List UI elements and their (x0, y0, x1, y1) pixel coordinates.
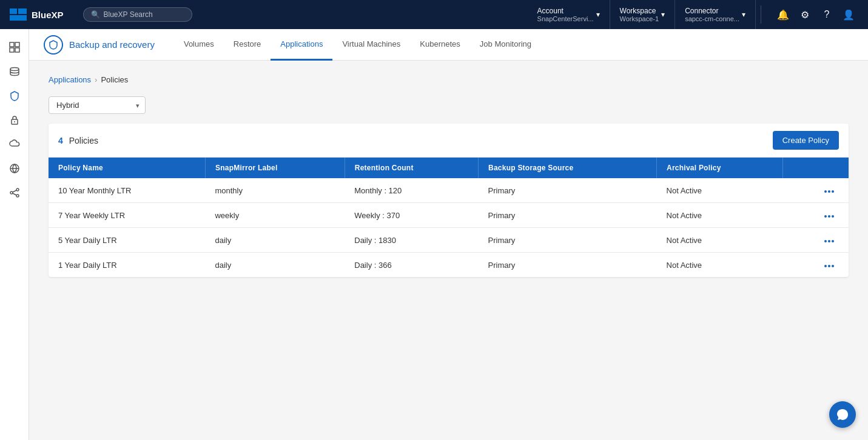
cell-backup-source: Primary (479, 228, 657, 253)
row-actions-menu-button[interactable] (819, 213, 839, 220)
hybrid-dropdown-wrapper: Hybrid On-Premises Cloud (49, 96, 146, 114)
user-avatar-icon[interactable]: 👤 (839, 5, 858, 24)
workspace-menu[interactable]: Workspace Workspace-1 ▾ (610, 0, 676, 29)
search-container[interactable]: 🔍 BlueXP Search (83, 7, 217, 22)
cell-backup-source: Primary (479, 203, 657, 228)
backup-service-icon (44, 35, 63, 55)
brand-logo[interactable]: BlueXP (10, 8, 64, 21)
service-header: Backup and recovery Volumes Restore Appl… (29, 29, 868, 61)
search-icon: 🔍 (91, 10, 100, 19)
cell-actions (782, 203, 849, 228)
breadcrumb-current-page: Policies (101, 75, 128, 84)
account-chevron-icon: ▾ (596, 10, 600, 19)
svg-rect-6 (15, 48, 19, 52)
filter-row: Hybrid On-Premises Cloud (49, 96, 849, 114)
top-navigation: BlueXP 🔍 BlueXP Search Account SnapCente… (0, 0, 868, 29)
connector-menu[interactable]: Connector sapcc-cm-conne... ▾ (675, 0, 756, 29)
notifications-icon[interactable]: 🔔 (773, 5, 793, 24)
svg-point-7 (10, 68, 19, 71)
svg-rect-2 (10, 15, 27, 21)
col-header-retention: Retention Count (345, 158, 478, 178)
policies-table-container: 4 Policies Create Policy Policy Name Sna… (49, 124, 849, 277)
netapp-logo-mark (10, 8, 27, 21)
account-label: Account (537, 7, 594, 15)
nav-icon-group: 🔔 ⚙ ? 👤 (766, 5, 858, 24)
workspace-chevron-icon: ▾ (661, 10, 665, 19)
tab-applications[interactable]: Applications (271, 29, 332, 61)
count-label: Policies (69, 136, 98, 145)
count-number: 4 (58, 136, 63, 145)
tab-kubernetes[interactable]: Kubernetes (410, 29, 470, 61)
sidebar-item-globe[interactable] (4, 158, 25, 179)
cell-snapmirror: daily (205, 228, 345, 253)
table-header-row-el: Policy Name SnapMirror Label Retention C… (49, 158, 849, 178)
col-header-backup-source: Backup Storage Source (479, 158, 657, 178)
cell-retention: Daily : 1830 (345, 228, 478, 253)
sidebar-item-cloud[interactable] (4, 133, 25, 155)
tab-restore[interactable]: Restore (224, 29, 271, 61)
col-header-policy-name: Policy Name (49, 158, 205, 178)
cell-policy-name: 7 Year Weekly LTR (49, 203, 205, 228)
service-name-label: Backup and recovery (69, 39, 155, 50)
breadcrumb-applications-link[interactable]: Applications (49, 75, 91, 84)
cell-snapmirror: daily (205, 253, 345, 278)
nav-divider (761, 5, 761, 24)
connector-sub: sapcc-cm-conne... (685, 15, 739, 22)
account-menu[interactable]: Account SnapCenterServi... ▾ (528, 0, 610, 29)
cell-retention: Weekly : 370 (345, 203, 478, 228)
cell-archival: Not Active (657, 228, 783, 253)
sidebar-item-canvas[interactable] (4, 36, 25, 58)
cell-snapmirror: monthly (205, 178, 345, 203)
hybrid-dropdown[interactable]: Hybrid On-Premises Cloud (49, 96, 146, 114)
tab-job-monitoring[interactable]: Job Monitoring (470, 29, 541, 61)
row-actions-menu-button[interactable] (819, 188, 839, 195)
cell-retention: Daily : 366 (345, 253, 478, 278)
create-policy-button[interactable]: Create Policy (773, 131, 839, 150)
settings-icon[interactable]: ⚙ (795, 5, 815, 24)
cell-actions (782, 178, 849, 203)
table-tbody: 10 Year Monthly LTRmonthlyMonthly : 120P… (49, 178, 849, 277)
svg-point-13 (16, 195, 19, 197)
cell-actions (782, 253, 849, 278)
connector-label: Connector (685, 7, 739, 15)
table-row: 1 Year Daily LTRdailyDaily : 366PrimaryN… (49, 253, 849, 278)
row-actions-menu-button[interactable] (819, 238, 839, 245)
sidebar-item-share[interactable] (4, 182, 25, 204)
chat-button[interactable] (829, 401, 856, 428)
svg-rect-0 (10, 8, 17, 14)
help-icon[interactable]: ? (817, 5, 836, 24)
svg-rect-1 (18, 8, 27, 14)
sidebar-item-security[interactable] (4, 109, 25, 131)
row-actions-menu-button[interactable] (819, 262, 839, 270)
cell-backup-source: Primary (479, 253, 657, 278)
svg-rect-3 (10, 42, 14, 47)
svg-rect-5 (10, 48, 14, 52)
table-header-row: 4 Policies Create Policy (49, 124, 849, 158)
tab-virtual-machines[interactable]: Virtual Machines (332, 29, 410, 61)
table-count: 4 Policies (58, 136, 98, 145)
app-layout: Backup and recovery Volumes Restore Appl… (0, 29, 868, 440)
page-content: Applications › Policies Hybrid On-Premis… (29, 61, 868, 440)
breadcrumb-separator: › (95, 75, 97, 84)
breadcrumb: Applications › Policies (49, 75, 849, 84)
search-placeholder-text: BlueXP Search (104, 10, 153, 19)
table-row: 5 Year Daily LTRdailyDaily : 1830Primary… (49, 228, 849, 253)
svg-line-14 (13, 190, 16, 192)
connector-chevron-icon: ▾ (742, 10, 745, 19)
left-sidebar (0, 29, 29, 440)
table-thead: Policy Name SnapMirror Label Retention C… (49, 158, 849, 178)
tab-volumes[interactable]: Volumes (174, 29, 224, 61)
cell-actions (782, 228, 849, 253)
sidebar-item-backup[interactable] (4, 85, 25, 107)
service-tabs: Volumes Restore Applications Virtual Mac… (174, 29, 541, 61)
search-box[interactable]: 🔍 BlueXP Search (83, 7, 192, 22)
workspace-sub: Workspace-1 (620, 15, 659, 22)
top-nav-right: Account SnapCenterServi... ▾ Workspace W… (528, 0, 858, 29)
col-header-actions (782, 158, 849, 178)
table-row: 10 Year Monthly LTRmonthlyMonthly : 120P… (49, 178, 849, 203)
svg-line-15 (13, 193, 16, 195)
sidebar-item-storage[interactable] (4, 61, 25, 82)
service-title-group: Backup and recovery (44, 35, 155, 55)
col-header-archival: Archival Policy (657, 158, 783, 178)
cell-archival: Not Active (657, 178, 783, 203)
